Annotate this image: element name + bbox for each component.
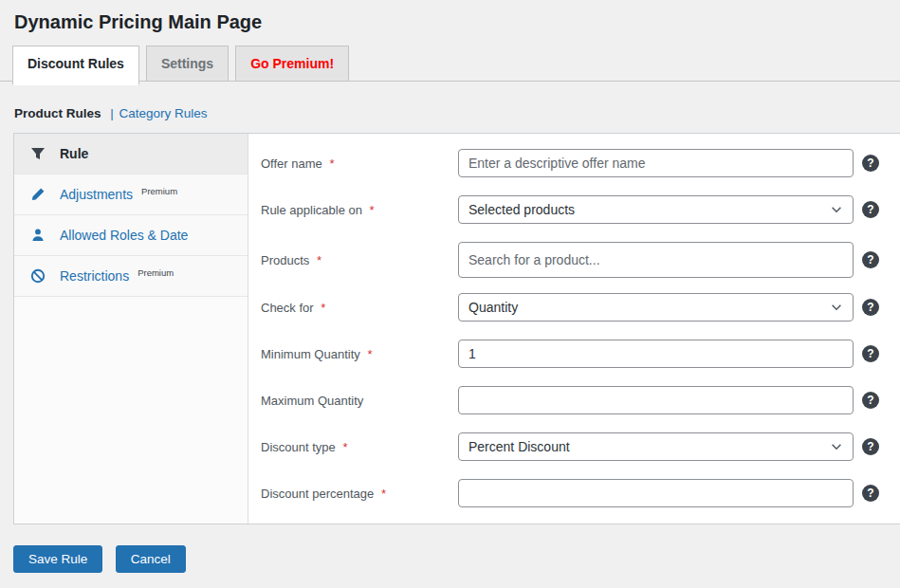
rule-editor-panel: Rule Adjustments Premium Allowed Roles &… (13, 133, 900, 524)
tab-go-premium[interactable]: Go Premium! (235, 46, 349, 81)
help-glyph: ? (867, 487, 873, 500)
help-icon[interactable]: ? (862, 345, 879, 362)
field-label: Maximum Quantity (261, 394, 458, 408)
required-asterisk: * (329, 156, 334, 171)
form-row: Check for * Quantity ? (261, 293, 900, 322)
help-icon[interactable]: ? (862, 299, 879, 316)
subnav-category-rules[interactable]: Category Rules (119, 106, 208, 120)
field-label-text: Products (261, 253, 309, 267)
sidebar-item-adjustments[interactable]: Adjustments Premium (14, 175, 248, 215)
premium-badge: Premium (141, 186, 177, 196)
form-row: Maximum Quantity ? (261, 386, 900, 414)
save-rule-button[interactable]: Save Rule (13, 545, 102, 573)
sidebar-item-label: Restrictions (60, 268, 129, 284)
rule-sidebar: Rule Adjustments Premium Allowed Roles &… (14, 134, 248, 524)
tab-bar: Discount Rules Settings Go Premium! (0, 46, 900, 82)
cancel-button[interactable]: Cancel (116, 545, 186, 573)
form-row: Products * ? (261, 242, 900, 278)
form-row: Offer name * ? (261, 149, 900, 177)
ban-icon (30, 268, 46, 284)
tab-discount-rules[interactable]: Discount Rules (12, 46, 139, 85)
tab-settings[interactable]: Settings (146, 46, 229, 81)
field-label-text: Discount percentage (261, 487, 374, 501)
field-label: Products * (261, 253, 458, 267)
page-title: Dynamic Pricing Main Page (0, 0, 900, 33)
chevron-down-icon (830, 301, 843, 314)
sidebar-item-label: Adjustments (60, 187, 133, 202)
premium-badge: Premium (138, 267, 174, 278)
chevron-down-icon (830, 203, 843, 216)
field-label-text: Minimum Quantity (261, 347, 360, 361)
field-label: Discount type * (261, 440, 458, 454)
help-glyph: ? (867, 301, 873, 314)
help-glyph: ? (867, 203, 873, 216)
field-label-text: Maximum Quantity (261, 394, 363, 408)
form-row: Discount type * Percent Discount ? (261, 432, 900, 461)
required-asterisk: * (342, 440, 347, 454)
help-icon[interactable]: ? (862, 201, 879, 218)
field-label: Minimum Quantity * (261, 347, 458, 361)
help-glyph: ? (867, 440, 873, 453)
discount-percentage-input[interactable] (458, 479, 854, 507)
sidebar-item-label: Allowed Roles & Date (60, 228, 188, 243)
subnav-product-rules[interactable]: Product Rules (14, 106, 101, 120)
products-search-input[interactable] (458, 242, 854, 278)
check-for-select[interactable]: Quantity (458, 293, 854, 322)
field-label: Check for * (261, 301, 458, 315)
select-value: Quantity (468, 300, 518, 315)
chevron-down-icon (830, 440, 843, 453)
subnav-separator: | (110, 106, 114, 120)
help-icon[interactable]: ? (862, 155, 879, 172)
sidebar-item-allowed-roles-date[interactable]: Allowed Roles & Date (14, 215, 248, 256)
form-row: Rule applicable on * Selected products ? (261, 195, 900, 224)
help-glyph: ? (867, 156, 873, 170)
field-label: Offer name * (261, 156, 458, 171)
filter-icon (30, 146, 46, 161)
field-label-text: Discount type (261, 440, 336, 454)
select-value: Percent Discount (468, 439, 570, 454)
required-asterisk: * (381, 487, 386, 501)
required-asterisk: * (321, 301, 325, 315)
sidebar-item-restrictions[interactable]: Restrictions Premium (14, 256, 248, 297)
sidebar-item-rule[interactable]: Rule (14, 134, 248, 175)
field-label-text: Rule applicable on (261, 203, 362, 217)
form-row: Minimum Quantity * ? (261, 340, 900, 368)
discount-type-select[interactable]: Percent Discount (458, 432, 854, 461)
sidebar-item-label: Rule (60, 146, 88, 161)
help-icon[interactable]: ? (862, 438, 879, 455)
offer-name-input[interactable] (458, 149, 854, 177)
rule-applicable-on-select[interactable]: Selected products (458, 195, 854, 224)
help-icon[interactable]: ? (862, 485, 879, 502)
field-label: Rule applicable on * (261, 203, 458, 217)
field-label-text: Check for (261, 301, 314, 315)
help-icon[interactable]: ? (862, 392, 879, 409)
required-asterisk: * (367, 347, 372, 361)
form-row: Discount percentage * ? (261, 479, 900, 507)
required-asterisk: * (370, 203, 375, 217)
maximum-quantity-input[interactable] (458, 386, 854, 414)
help-glyph: ? (867, 347, 873, 360)
help-glyph: ? (867, 394, 873, 407)
form-actions: Save Rule Cancel (13, 545, 900, 573)
rules-subnav: Product Rules | Category Rules (14, 106, 900, 120)
select-value: Selected products (468, 202, 575, 217)
help-glyph: ? (867, 253, 873, 266)
field-label-text: Offer name (261, 156, 322, 171)
person-icon (30, 228, 46, 243)
help-icon[interactable]: ? (862, 251, 879, 268)
field-label: Discount percentage * (261, 487, 458, 501)
required-asterisk: * (317, 253, 321, 267)
rule-form: Offer name * ? Rule applicable on * Sele… (248, 134, 900, 524)
minimum-quantity-input[interactable] (458, 340, 854, 368)
pencil-icon (30, 187, 46, 202)
